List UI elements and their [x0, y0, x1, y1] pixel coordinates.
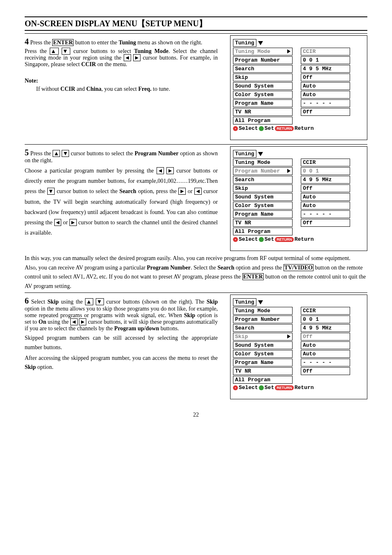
enter-button-ref: ENTER	[242, 273, 264, 280]
menu-row[interactable]: SkipOff	[233, 74, 364, 81]
active-arrow-icon	[287, 49, 291, 53]
page-number: 22	[25, 412, 367, 418]
menu-row[interactable]: All Program	[233, 117, 364, 124]
menu-item-label[interactable]: All Program	[233, 117, 293, 124]
menu-item-label[interactable]: Search	[233, 324, 293, 332]
menu-item-value: Auto	[301, 350, 350, 358]
menu-item-label[interactable]: Sound System	[233, 82, 293, 90]
menu-item-label[interactable]: All Program	[233, 376, 293, 384]
down-icon: ▼	[47, 188, 55, 195]
down-icon: ▼	[96, 298, 104, 305]
menu-row[interactable]: Search4 9 5 MHz	[233, 65, 364, 73]
menu-item-value: Off	[301, 367, 350, 375]
menu-item-label[interactable]: Tuning Mode	[233, 159, 293, 166]
menu-row[interactable]: Tuning ModeCCIR	[233, 307, 364, 315]
menu-row[interactable]: Program Number0 0 1	[233, 315, 364, 323]
menu-item-label[interactable]: Tuning Mode	[233, 307, 293, 315]
return-pill: RETURN	[275, 385, 294, 390]
menu-item-label[interactable]: Program Number	[233, 315, 293, 323]
menu-title: Tuning	[233, 150, 256, 158]
step-number: 6	[25, 296, 29, 305]
menu-row[interactable]: Color SystemAuto	[233, 350, 364, 358]
menu-row[interactable]: Program Number0 0 1	[233, 167, 364, 175]
menu-row[interactable]: Color SystemAuto	[233, 91, 364, 99]
menu-item-label[interactable]: All Program	[233, 228, 293, 235]
menu-item-value: 0 0 1	[301, 167, 350, 175]
up-icon: ▲	[53, 150, 60, 157]
right-icon: ►	[79, 318, 86, 325]
menu-row[interactable]: SkipOff	[233, 333, 364, 341]
menu-row[interactable]: Program Number0 0 1	[233, 56, 364, 64]
menu-item-label[interactable]: TV NR	[233, 219, 293, 227]
select-icon	[233, 126, 238, 131]
down-arrow-icon	[258, 152, 263, 156]
menu-row[interactable]: Color SystemAuto	[233, 202, 364, 210]
menu-item-value: Auto	[301, 341, 350, 349]
menu-header: Tuning	[233, 150, 364, 158]
menu-row[interactable]: Tuning ModeCCIR	[233, 48, 364, 55]
menu-item-label[interactable]: Program Name	[233, 210, 293, 218]
menu-item-label[interactable]: Sound System	[233, 193, 293, 201]
menu-row[interactable]: Tuning ModeCCIR	[233, 159, 364, 166]
menu-row[interactable]: All Program	[233, 228, 364, 235]
menu-footer: Select Set RETURNReturn	[233, 236, 364, 242]
menu-item-label[interactable]: Search	[233, 65, 293, 73]
menu-item-label[interactable]: TV NR	[233, 367, 293, 375]
menu-item-label[interactable]: Program Name	[233, 359, 293, 366]
menu-item-label[interactable]: TV NR	[233, 108, 293, 116]
left-icon: ◄	[70, 318, 78, 325]
menu-item-label[interactable]: Program Name	[233, 99, 293, 107]
menu-item-label[interactable]: Color System	[233, 91, 293, 99]
menu-row[interactable]: TV NROff	[233, 367, 364, 375]
menu-item-value: Auto	[301, 91, 350, 99]
menu-item-value: Off	[301, 74, 350, 81]
step6-text: 6 Select Skip using the ▲ ▼ cursor butto…	[25, 295, 218, 399]
menu-item-value: Off	[301, 184, 350, 192]
left-icon: ◄	[124, 54, 131, 61]
menu-row[interactable]: Sound SystemAuto	[233, 193, 364, 201]
select-icon	[233, 237, 238, 242]
menu-row[interactable]: Sound SystemAuto	[233, 82, 364, 90]
menu-title: Tuning	[233, 298, 256, 306]
menu-row[interactable]: Search4 9 5 MHz	[233, 324, 364, 332]
menu-row[interactable]: Program Name- - - - -	[233, 359, 364, 366]
menu-item-label[interactable]: Program Number	[233, 167, 293, 175]
step-number: 5	[25, 148, 29, 157]
menu-item-label[interactable]: Program Number	[233, 56, 293, 64]
step6-row: 6 Select Skip using the ▲ ▼ cursor butto…	[25, 292, 367, 399]
right-icon: ►	[166, 167, 174, 174]
menu-row[interactable]: TV NROff	[233, 108, 364, 116]
menu-title: Tuning	[233, 39, 256, 47]
menu-item-value: CCIR	[301, 159, 350, 166]
menu-item-label[interactable]: Color System	[233, 202, 293, 210]
set-icon	[259, 385, 264, 390]
menu-item-value: 0 0 1	[301, 56, 350, 64]
right-icon: ►	[69, 219, 77, 226]
down-icon: ▼	[62, 48, 71, 55]
menu-item-value: 4 9 5 MHz	[301, 176, 350, 184]
menu-row[interactable]: Program Name- - - - -	[233, 210, 364, 218]
menu-row[interactable]: TV NROff	[233, 219, 364, 227]
menu-item-label[interactable]: Search	[233, 176, 293, 184]
menu-item-value: CCIR	[301, 48, 350, 55]
left-icon: ◄	[157, 167, 164, 174]
menu-item-label[interactable]: Skip	[233, 333, 293, 341]
menu-row[interactable]: Program Name- - - - -	[233, 99, 364, 107]
set-icon	[259, 237, 264, 242]
menu-panel-2: TuningTuning ModeCCIRProgram Number0 0 1…	[230, 146, 367, 251]
menu-row[interactable]: SkipOff	[233, 184, 364, 192]
up-icon: ▲	[50, 48, 59, 55]
menu-row[interactable]: Search4 9 5 MHz	[233, 176, 364, 184]
menu-item-label[interactable]: Skip	[233, 74, 293, 81]
menu-row[interactable]: All Program	[233, 376, 364, 384]
menu-row[interactable]: Sound SystemAuto	[233, 341, 364, 349]
menu-item-label[interactable]: Skip	[233, 184, 293, 192]
active-arrow-icon	[287, 334, 291, 339]
menu-item-label[interactable]: Color System	[233, 350, 293, 358]
menu-item-label[interactable]: Sound System	[233, 341, 293, 349]
menu-item-label[interactable]: Tuning Mode	[233, 48, 293, 55]
left-icon: ◄	[54, 219, 62, 226]
menu-item-value: Auto	[301, 82, 350, 90]
menu-header: Tuning	[233, 298, 364, 306]
right-icon: ►	[133, 54, 141, 61]
